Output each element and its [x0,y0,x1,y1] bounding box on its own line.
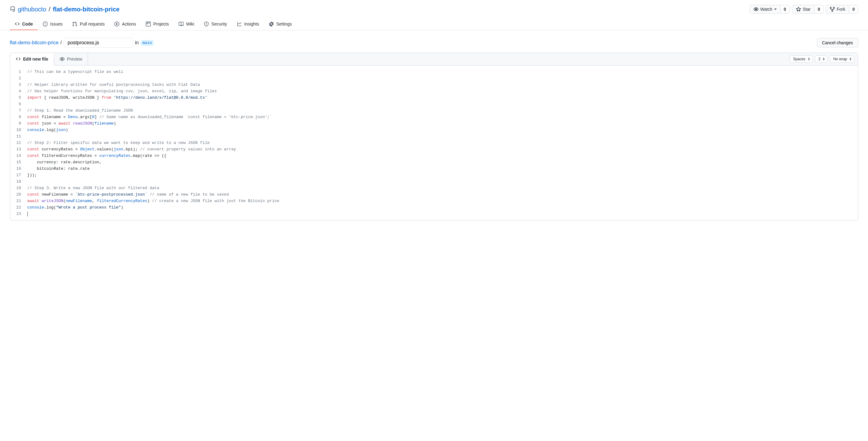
graph-icon [237,22,242,27]
fork-label: Fork [837,7,845,12]
tab-wiki-label: Wiki [186,22,194,27]
indent-mode-select[interactable]: Spaces [790,55,813,63]
line-number: 3 [16,82,21,88]
tab-code-label: Code [22,22,33,27]
repo-nav: Code Issues Pull requests Actions Projec… [0,19,868,30]
cancel-button[interactable]: Cancel changes [817,38,858,48]
path-slash: / [60,40,62,45]
line-number: 23 [16,211,21,217]
line-number: 17 [16,172,21,178]
watch-label: Watch [761,7,772,12]
editor-header: flat-demo-bitcoin-price / in main Cancel… [10,30,858,53]
star-label: Star [803,7,811,12]
line-number: 9 [16,120,21,127]
tab-issues-label: Issues [50,22,62,27]
repo-root-link[interactable]: flat-demo-bitcoin-price [10,40,58,45]
editor-frame: Edit new file Preview Spaces 2 No wrap 1… [10,53,858,220]
branch-badge: main [141,40,154,46]
watch-button[interactable]: Watch [750,5,781,13]
play-icon [115,22,119,27]
repo-icon [10,6,16,12]
tab-settings-label: Settings [276,22,292,27]
repo-name-link[interactable]: flat-demo-bitcoin-price [53,6,120,13]
tab-code[interactable]: Code [10,19,38,30]
line-number: 5 [16,94,21,101]
star-button[interactable]: Star [792,5,815,13]
line-number: 15 [16,159,21,165]
tab-actions[interactable]: Actions [110,19,141,30]
repo-header: githubocto / flat-demo-bitcoin-price Wat… [10,0,858,19]
tab-preview[interactable]: Preview [54,53,88,65]
text-cursor [27,212,28,217]
project-icon [146,22,151,27]
line-number: 4 [16,88,21,94]
line-number: 14 [16,153,21,159]
code-content[interactable]: // This can be a typescript file as well… [24,65,858,220]
line-number: 20 [16,191,21,198]
tab-actions-label: Actions [122,22,136,27]
in-label: in [135,40,139,45]
line-number: 7 [16,107,21,114]
file-path: flat-demo-bitcoin-price / in main [10,38,154,48]
eye-icon [60,57,65,62]
tab-security[interactable]: Security [199,19,232,30]
pull-request-icon [72,22,77,27]
repo-actions: Watch 0 Star 0 Fork 0 [750,5,858,13]
line-number: 16 [16,165,21,172]
tab-security-label: Security [211,22,227,27]
indent-size-select[interactable]: 2 [815,55,828,63]
shield-icon [204,22,209,27]
issue-icon [43,22,48,27]
line-number: 11 [16,133,21,139]
tab-edit-label: Edit new file [23,57,48,62]
fork-button[interactable]: Fork [826,5,849,13]
line-number: 8 [16,114,21,120]
editor-options: Spaces 2 No wrap [790,55,858,63]
tab-issues[interactable]: Issues [38,19,67,30]
tab-preview-label: Preview [67,57,83,62]
watch-count[interactable]: 0 [781,5,789,13]
tab-wiki[interactable]: Wiki [174,19,199,30]
code-editor[interactable]: 1 2 3 4 5 6 7 8 9 10 11 12 13 14 15 16 1… [10,65,858,220]
star-count[interactable]: 0 [814,5,824,13]
editor-tabs: Edit new file Preview [10,53,88,65]
line-number: 2 [16,75,21,82]
line-number: 13 [16,146,21,153]
filename-input[interactable] [64,38,133,48]
code-icon [15,22,20,27]
fork-count[interactable]: 0 [849,5,858,13]
fork-icon [830,7,835,12]
line-number: 12 [16,139,21,146]
tab-projects-label: Projects [153,22,169,27]
tab-projects[interactable]: Projects [141,19,174,30]
tab-pulls-label: Pull requests [80,22,104,27]
star-icon [796,7,801,12]
wrap-select[interactable]: No wrap [830,55,854,63]
tab-insights-label: Insights [244,22,259,27]
owner-link[interactable]: githubocto [18,6,46,13]
line-number: 19 [16,185,21,191]
line-gutter: 1 2 3 4 5 6 7 8 9 10 11 12 13 14 15 16 1… [10,65,24,220]
tab-edit-file[interactable]: Edit new file [10,53,54,65]
book-icon [179,22,184,27]
tab-settings[interactable]: Settings [264,19,297,30]
slash: / [49,6,51,13]
line-number: 22 [16,204,21,211]
line-number: 1 [16,69,21,75]
tab-insights[interactable]: Insights [232,19,264,30]
eye-icon [753,7,758,12]
editor-toolbar: Edit new file Preview Spaces 2 No wrap [10,53,858,65]
code-icon [16,57,21,62]
line-number: 18 [16,178,21,185]
gear-icon [269,22,274,27]
line-number: 6 [16,101,21,107]
line-number: 21 [16,198,21,204]
tab-pulls[interactable]: Pull requests [67,19,110,30]
line-number: 10 [16,127,21,133]
caret-down-icon [774,8,777,10]
repo-title: githubocto / flat-demo-bitcoin-price [10,6,120,13]
